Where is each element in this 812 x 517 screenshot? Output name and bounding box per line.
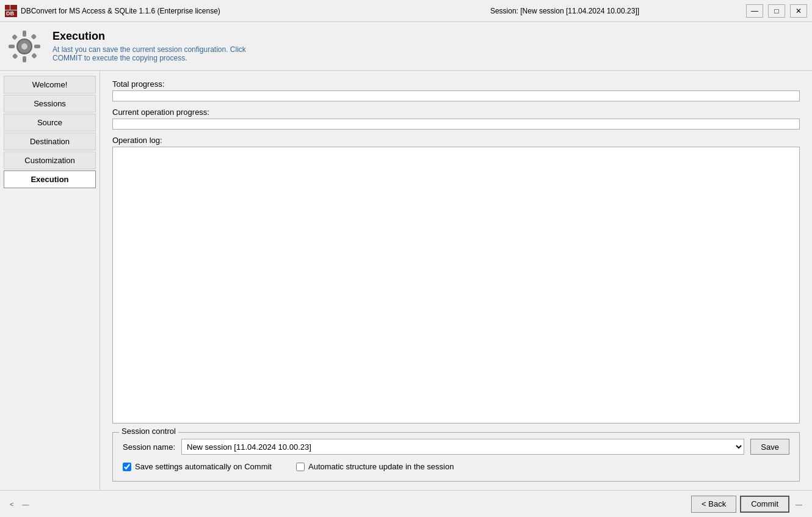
auto-update-label: Automatic structure update in the sessio…: [308, 462, 454, 471]
sidebar: Welcome! Sessions Source Destination Cus…: [0, 71, 100, 490]
svg-rect-1: [10, 5, 17, 10]
svg-text:DB: DB: [6, 10, 14, 16]
footer: < — < Back Commit —: [0, 490, 812, 517]
sidebar-item-welcome[interactable]: Welcome!: [4, 76, 96, 94]
content-area: Total progress: Current operation progre…: [100, 71, 812, 490]
commit-button[interactable]: Commit: [740, 496, 789, 513]
close-button[interactable]: ✕: [790, 4, 807, 18]
svg-rect-6: [23, 31, 26, 37]
save-button[interactable]: Save: [750, 439, 789, 455]
log-label: Operation log:: [112, 136, 800, 145]
header-text: Execution At last you can save the curre…: [53, 30, 246, 62]
total-progress-bar: [112, 90, 800, 101]
checkboxes-row: Save settings automatically on Commit Au…: [123, 462, 789, 471]
gear-icon: [6, 28, 43, 65]
auto-save-checkbox[interactable]: [123, 463, 131, 471]
subtitle-line2: COMMIT to execute the copying process.: [53, 54, 187, 62]
session-control-legend: Session control: [119, 427, 178, 436]
sidebar-item-customization[interactable]: Customization: [4, 152, 96, 169]
session-label: Session: [New session [11.04.2024 10.00.…: [383, 7, 746, 15]
total-progress-label: Total progress:: [112, 79, 800, 89]
footer-left2-btn[interactable]: —: [20, 499, 31, 509]
session-control: Session control Session name: New sessio…: [112, 432, 800, 482]
total-progress-section: Total progress:: [112, 79, 800, 101]
sidebar-item-destination[interactable]: Destination: [4, 133, 96, 150]
footer-left1-btn[interactable]: <: [7, 499, 16, 509]
footer-left: < —: [7, 499, 31, 509]
log-box[interactable]: [112, 147, 800, 424]
titlebar: DB DBConvert for MS Access & SQLite 1.1.…: [0, 0, 812, 22]
svg-rect-8: [9, 45, 15, 48]
svg-rect-7: [23, 56, 26, 62]
session-name-row: Session name: New session [11.04.2024 10…: [123, 439, 789, 455]
session-name-select[interactable]: New session [11.04.2024 10.00.23]: [181, 439, 744, 455]
app-icon: DB: [5, 5, 17, 17]
footer-right-btn[interactable]: —: [793, 499, 805, 509]
svg-rect-10: [12, 34, 18, 40]
current-progress-bar: [112, 119, 800, 130]
sidebar-item-source[interactable]: Source: [4, 114, 96, 131]
app-title: DBConvert for MS Access & SQLite 1.1.6 (…: [21, 7, 383, 15]
subtitle-line1: At last you can save the current session…: [53, 45, 246, 54]
header-subtitle: At last you can save the current session…: [53, 45, 246, 62]
header-bar: Execution At last you can save the curre…: [0, 22, 812, 71]
current-progress-label: Current operation progress:: [112, 108, 800, 117]
svg-rect-13: [31, 53, 37, 59]
sidebar-item-sessions[interactable]: Sessions: [4, 95, 96, 112]
auto-update-checkbox[interactable]: [296, 463, 305, 471]
svg-rect-11: [31, 34, 37, 40]
session-name-label: Session name:: [123, 442, 175, 452]
auto-update-checkbox-label[interactable]: Automatic structure update in the sessio…: [296, 462, 454, 471]
page-title: Execution: [53, 30, 246, 43]
svg-rect-0: [5, 5, 10, 10]
auto-save-checkbox-label[interactable]: Save settings automatically on Commit: [123, 462, 272, 471]
auto-save-label: Save settings automatically on Commit: [135, 462, 272, 471]
svg-point-5: [21, 43, 27, 50]
back-button[interactable]: < Back: [691, 496, 736, 513]
svg-rect-9: [34, 45, 40, 48]
window-controls: — □ ✕: [746, 4, 807, 18]
maximize-button[interactable]: □: [768, 4, 785, 18]
sidebar-item-execution[interactable]: Execution: [4, 170, 96, 188]
log-section: Operation log:: [112, 136, 800, 424]
current-progress-section: Current operation progress:: [112, 108, 800, 130]
main-layout: Welcome! Sessions Source Destination Cus…: [0, 71, 812, 490]
minimize-button[interactable]: —: [746, 4, 763, 18]
svg-rect-12: [12, 53, 18, 59]
